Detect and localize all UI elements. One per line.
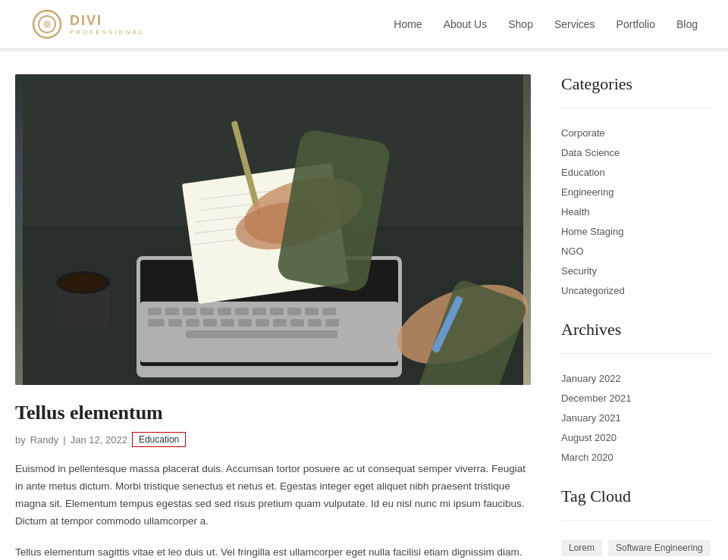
post-by: by bbox=[15, 434, 26, 446]
svg-rect-21 bbox=[203, 319, 217, 327]
tagcloud-divider bbox=[561, 520, 713, 521]
list-item: Corporate bbox=[561, 127, 713, 139]
nav-item-services[interactable]: Services bbox=[554, 18, 595, 30]
nav-item-shop[interactable]: Shop bbox=[508, 18, 533, 30]
list-item: Uncategorized bbox=[561, 285, 713, 297]
sidebar: Categories CorporateData ScienceEducatio… bbox=[561, 74, 713, 560]
list-item: March 2020 bbox=[561, 452, 713, 464]
svg-rect-17 bbox=[322, 308, 336, 315]
category-link-health[interactable]: Health bbox=[561, 206, 590, 217]
post-image-svg bbox=[15, 74, 531, 385]
main-content: Tellus elementum by Randy | Jan 12, 2022… bbox=[15, 74, 531, 560]
svg-rect-14 bbox=[270, 308, 284, 315]
svg-rect-20 bbox=[186, 319, 199, 327]
list-item: January 2022 bbox=[561, 373, 713, 385]
nav-item-about-us[interactable]: About Us bbox=[444, 18, 488, 30]
svg-rect-10 bbox=[200, 308, 214, 315]
nav-item-blog[interactable]: Blog bbox=[676, 18, 698, 30]
categories-divider bbox=[561, 108, 713, 108]
svg-rect-12 bbox=[235, 308, 249, 315]
category-link-education[interactable]: Education bbox=[561, 167, 605, 178]
category-link-data-science[interactable]: Data Science bbox=[561, 147, 620, 158]
svg-rect-29 bbox=[186, 330, 337, 338]
archives-list: January 2022December 2021January 2021Aug… bbox=[561, 373, 713, 464]
category-link-ngo[interactable]: NGO bbox=[561, 246, 584, 257]
svg-point-47 bbox=[61, 274, 106, 292]
categories-section: Categories CorporateData ScienceEducatio… bbox=[561, 74, 713, 297]
post-meta-sep: | bbox=[63, 434, 65, 446]
svg-rect-8 bbox=[165, 308, 179, 315]
svg-rect-22 bbox=[221, 319, 234, 327]
list-item: Health bbox=[561, 206, 713, 218]
category-link-engineering[interactable]: Engineering bbox=[561, 186, 613, 198]
svg-rect-16 bbox=[305, 308, 318, 315]
archive-link-march-2020[interactable]: March 2020 bbox=[561, 452, 613, 463]
logo-subtext: PROFESSIONAL bbox=[70, 29, 144, 36]
archives-divider bbox=[561, 353, 713, 354]
logo-name: DIVI bbox=[70, 13, 144, 29]
post-author: Randy bbox=[30, 434, 59, 446]
nav-item-portfolio[interactable]: Portfolio bbox=[617, 18, 655, 30]
category-link-corporate[interactable]: Corporate bbox=[561, 127, 605, 139]
main-nav: HomeAbout UsShopServicesPortfolioBlog bbox=[394, 18, 698, 31]
archive-link-january-2022[interactable]: January 2022 bbox=[561, 373, 621, 384]
svg-rect-13 bbox=[253, 308, 266, 315]
nav-item-home[interactable]: Home bbox=[394, 18, 422, 30]
tagcloud-heading: Tag Cloud bbox=[561, 486, 713, 506]
list-item: December 2021 bbox=[561, 393, 713, 405]
tag-cloud: LoremSoftware EngineeringWordPress bbox=[561, 540, 713, 560]
post-featured-image bbox=[15, 74, 531, 385]
post-image-inner bbox=[15, 74, 531, 385]
categories-list: CorporateData ScienceEducationEngineerin… bbox=[561, 127, 713, 297]
tagcloud-section: Tag Cloud LoremSoftware EngineeringWordP… bbox=[561, 486, 713, 560]
list-item: Engineering bbox=[561, 186, 713, 199]
archives-section: Archives January 2022December 2021Januar… bbox=[561, 320, 713, 464]
svg-rect-28 bbox=[325, 319, 339, 327]
svg-rect-7 bbox=[148, 308, 162, 315]
svg-rect-25 bbox=[273, 319, 287, 327]
page-body: Tellus elementum by Randy | Jan 12, 2022… bbox=[0, 52, 728, 560]
svg-rect-23 bbox=[238, 319, 252, 327]
svg-rect-19 bbox=[168, 319, 182, 327]
svg-rect-15 bbox=[287, 308, 301, 315]
list-item: Education bbox=[561, 167, 713, 179]
svg-rect-9 bbox=[183, 308, 196, 315]
post-date: Jan 12, 2022 bbox=[71, 434, 127, 446]
site-header: DIVI PROFESSIONAL HomeAbout UsShopServic… bbox=[0, 0, 728, 49]
list-item: Data Science bbox=[561, 147, 713, 159]
list-item: Security bbox=[561, 265, 713, 277]
post-meta: by Randy | Jan 12, 2022 Education bbox=[15, 432, 531, 447]
post-category-tag[interactable]: Education bbox=[132, 432, 186, 447]
svg-rect-18 bbox=[148, 319, 165, 327]
list-item: August 2020 bbox=[561, 432, 713, 444]
list-item: Home Staging bbox=[561, 226, 713, 238]
category-link-security[interactable]: Security bbox=[561, 265, 597, 277]
svg-rect-24 bbox=[256, 319, 269, 327]
categories-heading: Categories bbox=[561, 74, 713, 94]
post-title: Tellus elementum bbox=[15, 402, 531, 424]
archive-link-december-2021[interactable]: December 2021 bbox=[561, 393, 632, 404]
archives-heading: Archives bbox=[561, 320, 713, 339]
logo[interactable]: DIVI PROFESSIONAL bbox=[30, 8, 144, 41]
category-link-home-staging[interactable]: Home Staging bbox=[561, 226, 623, 237]
archive-link-january-2021[interactable]: January 2021 bbox=[561, 412, 621, 424]
list-item: January 2021 bbox=[561, 412, 713, 424]
logo-icon bbox=[30, 8, 64, 41]
post-excerpt-1: Euismod in pellentesque massa placerat d… bbox=[15, 461, 531, 530]
list-item: NGO bbox=[561, 246, 713, 258]
tag-lorem[interactable]: Lorem bbox=[561, 540, 602, 556]
svg-rect-11 bbox=[218, 308, 231, 315]
svg-rect-26 bbox=[290, 319, 304, 327]
archive-link-august-2020[interactable]: August 2020 bbox=[561, 432, 617, 443]
post-excerpt-2: Tellus elementum sagittis vitae et leo d… bbox=[15, 544, 531, 560]
category-link-uncategorized[interactable]: Uncategorized bbox=[561, 285, 625, 296]
svg-rect-27 bbox=[308, 319, 322, 327]
tag-software-engineering[interactable]: Software Engineering bbox=[608, 540, 711, 556]
svg-point-1 bbox=[43, 20, 51, 28]
